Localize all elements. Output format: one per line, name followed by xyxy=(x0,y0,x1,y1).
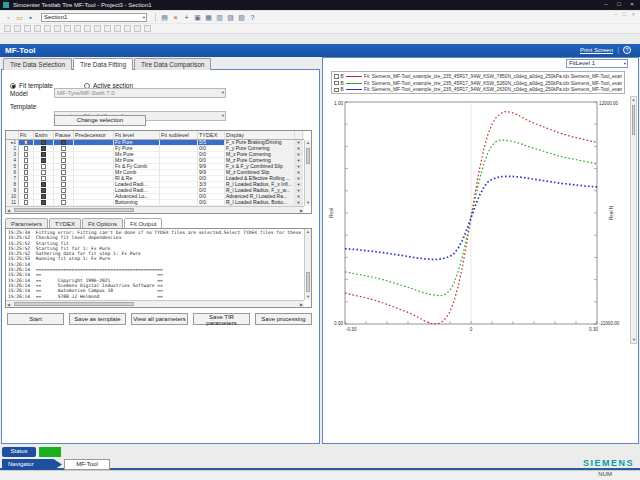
start-button[interactable]: Start xyxy=(7,313,64,325)
move-icon[interactable]: + xyxy=(181,12,192,23)
tab-mf-tool[interactable]: MF-Tool xyxy=(64,459,110,470)
annotate-icon[interactable] xyxy=(24,25,31,32)
fit-checkbox[interactable] xyxy=(24,188,29,193)
pause-checkbox[interactable] xyxy=(61,140,66,145)
estm-checkbox[interactable] xyxy=(41,164,46,169)
fitlevel-combo[interactable]: FitLevel 1▾ xyxy=(566,59,628,68)
estm-checkbox[interactable] xyxy=(41,146,46,151)
grid-icon[interactable] xyxy=(124,25,131,32)
log-vertical-scrollbar[interactable]: ▲▼ xyxy=(304,229,311,300)
scrollbar-thumb[interactable] xyxy=(306,272,310,292)
new-document-icon[interactable]: ▫ xyxy=(3,12,14,23)
undo-icon[interactable] xyxy=(14,25,21,32)
scrollbar-thumb[interactable] xyxy=(306,148,310,164)
open-folder-icon[interactable]: ▭ xyxy=(14,12,25,23)
fit-checkbox[interactable] xyxy=(24,152,29,157)
print-screen-link[interactable]: Print Screen xyxy=(580,47,613,53)
estm-checkbox[interactable] xyxy=(41,158,46,163)
fit-checkbox[interactable] xyxy=(24,158,29,163)
chart-vertical-scrollbar[interactable]: ▲▼ xyxy=(630,96,637,344)
estm-checkbox[interactable] xyxy=(41,194,46,199)
estm-checkbox[interactable] xyxy=(41,200,46,205)
scroll-down-icon[interactable]: ▼ xyxy=(306,200,310,206)
options-icon[interactable] xyxy=(144,25,151,32)
marker-icon[interactable] xyxy=(104,25,111,32)
copy-icon[interactable]: ▣ xyxy=(192,12,203,23)
scroll-down-icon[interactable]: ▼ xyxy=(632,337,636,343)
scrollbar-thumb[interactable] xyxy=(14,208,134,212)
cursor-b-icon[interactable] xyxy=(64,25,71,32)
tab-navigator[interactable]: Navigator xyxy=(2,459,62,470)
report-icon[interactable]: ▤ xyxy=(159,12,170,23)
legend-checkbox[interactable] xyxy=(334,81,339,86)
minus-icon[interactable] xyxy=(94,25,101,32)
change-selection-button[interactable]: Change selection xyxy=(54,115,146,126)
legend-item[interactable]: BFit: Siemens_MF-Tool_example_tire_235_4… xyxy=(334,80,622,87)
tab-tire-data-comparison[interactable]: Tire Data Comparison xyxy=(134,58,211,70)
save-icon[interactable]: ▪ xyxy=(25,12,36,23)
save-processing-button[interactable]: Save processing xyxy=(255,313,312,325)
close-icon[interactable]: × xyxy=(626,0,638,9)
fit-checkbox[interactable] xyxy=(24,176,29,181)
scrollbar-thumb[interactable] xyxy=(14,302,134,306)
log-horizontal-scrollbar[interactable]: ◀▶ xyxy=(6,300,304,307)
tab-tire-data-selection[interactable]: Tire Data Selection xyxy=(3,58,72,70)
section-combo[interactable]: Section1▾ xyxy=(41,13,147,22)
fit-checkbox[interactable] xyxy=(24,146,29,151)
radio-on-icon[interactable] xyxy=(10,83,16,89)
fit-checkbox[interactable] xyxy=(24,182,29,187)
minimize-icon[interactable]: – xyxy=(600,0,612,9)
screenshot-icon[interactable]: ▧ xyxy=(236,12,247,23)
paste-icon[interactable]: ▦ xyxy=(203,12,214,23)
pause-checkbox[interactable] xyxy=(61,200,66,205)
tab-tydex[interactable]: TYDEX xyxy=(49,218,81,228)
maximize-icon[interactable]: □ xyxy=(613,0,625,9)
select-icon[interactable] xyxy=(4,25,11,32)
estm-checkbox[interactable] xyxy=(41,182,46,187)
line-icon[interactable] xyxy=(74,25,81,32)
pan-icon[interactable] xyxy=(34,25,41,32)
child-window-controls[interactable]: – □ × xyxy=(614,11,637,17)
help-icon[interactable]: ? xyxy=(247,12,258,23)
fit-checkbox[interactable] xyxy=(24,170,29,175)
print-icon[interactable]: ▨ xyxy=(225,12,236,23)
save-tir-parameters-button[interactable]: Save TIR parameters xyxy=(193,313,250,325)
divide-icon[interactable] xyxy=(114,25,121,32)
delete-icon[interactable]: × xyxy=(170,12,181,23)
estm-checkbox[interactable] xyxy=(41,152,46,157)
pause-checkbox[interactable] xyxy=(61,152,66,157)
help-icon[interactable]: ? xyxy=(623,46,631,54)
cursor-a-icon[interactable] xyxy=(54,25,61,32)
scroll-right-icon[interactable]: ▶ xyxy=(300,302,303,307)
estm-checkbox[interactable] xyxy=(41,170,46,175)
estm-checkbox[interactable] xyxy=(41,176,46,181)
pause-checkbox[interactable] xyxy=(61,188,66,193)
fit-checkbox[interactable] xyxy=(24,200,29,205)
fit-checkbox[interactable]: ✓ xyxy=(24,140,29,145)
estm-checkbox[interactable] xyxy=(41,188,46,193)
scroll-left-icon[interactable]: ◀ xyxy=(7,302,10,307)
curve-icon[interactable] xyxy=(44,25,51,32)
point-icon[interactable] xyxy=(84,25,91,32)
tab-fit-options[interactable]: Fit Options xyxy=(82,218,123,228)
fit-checkbox[interactable] xyxy=(24,164,29,169)
pause-checkbox[interactable] xyxy=(61,182,66,187)
pause-checkbox[interactable] xyxy=(61,176,66,181)
scroll-down-icon[interactable]: ▼ xyxy=(306,294,310,300)
pause-checkbox[interactable] xyxy=(61,158,66,163)
table-vertical-scrollbar[interactable]: ▲▼ xyxy=(304,140,311,206)
tab-parameters[interactable]: Parameters xyxy=(5,218,48,228)
save-as-template-button[interactable]: Save as template xyxy=(69,313,126,325)
scroll-left-icon[interactable]: ◀ xyxy=(7,208,10,213)
estm-checkbox[interactable] xyxy=(41,140,46,145)
legend-checkbox[interactable] xyxy=(334,74,339,79)
fit-checkbox[interactable] xyxy=(24,194,29,199)
pause-checkbox[interactable] xyxy=(61,194,66,199)
layout-icon[interactable] xyxy=(134,25,141,32)
tab-tire-data-fitting[interactable]: Tire Data Fitting xyxy=(73,58,133,70)
legend-item[interactable]: BFit: Siemens_MF-Tool_example_tire_235_4… xyxy=(334,73,622,80)
pause-checkbox[interactable] xyxy=(61,164,66,169)
legend-item[interactable]: BFit: Siemens_MF-Tool_example_tire_235_4… xyxy=(334,87,622,94)
pause-checkbox[interactable] xyxy=(61,170,66,175)
legend-checkbox[interactable] xyxy=(334,88,339,93)
